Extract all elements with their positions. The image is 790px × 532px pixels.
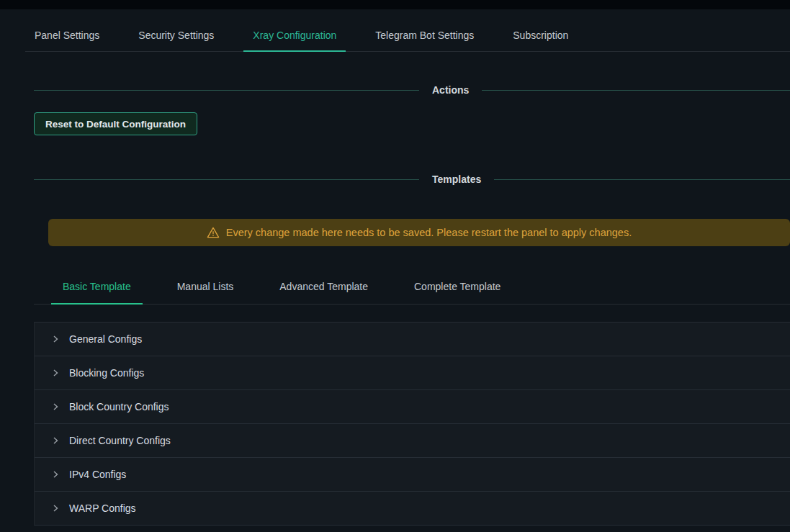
tab-telegram-bot-settings[interactable]: Telegram Bot Settings xyxy=(366,22,483,51)
chevron-right-icon xyxy=(51,504,60,513)
divider-line xyxy=(34,90,419,91)
tab-subscription[interactable]: Subscription xyxy=(503,22,578,51)
tab-advanced-template[interactable]: Advanced Template xyxy=(268,274,380,304)
divider-line xyxy=(482,90,790,91)
divider-line xyxy=(34,179,419,180)
xray-settings-page: Panel Settings Security Settings Xray Co… xyxy=(0,0,790,532)
divider-line xyxy=(494,179,790,180)
collapse-row-warp-configs[interactable]: WARP Configs xyxy=(35,492,790,525)
tab-basic-template[interactable]: Basic Template xyxy=(51,274,143,304)
tab-panel-settings[interactable]: Panel Settings xyxy=(25,22,109,51)
actions-section-title: Actions xyxy=(419,84,482,96)
collapse-row-label: Block Country Configs xyxy=(69,401,169,412)
collapse-row-label: IPv4 Configs xyxy=(69,469,126,480)
warning-triangle-icon xyxy=(207,227,220,238)
actions-section-divider: Actions xyxy=(34,82,790,98)
collapse-row-label: Direct Country Configs xyxy=(69,435,171,446)
collapse-row-direct-country-configs[interactable]: Direct Country Configs xyxy=(35,424,790,458)
chevron-right-icon xyxy=(51,369,60,377)
collapse-row-label: General Configs xyxy=(69,333,142,345)
collapse-row-general-configs[interactable]: General Configs xyxy=(35,323,790,356)
template-tab-bar: Basic Template Manual Lists Advanced Tem… xyxy=(34,274,790,305)
tab-xray-configuration[interactable]: Xray Configuration xyxy=(243,22,346,51)
collapse-row-blocking-configs[interactable]: Blocking Configs xyxy=(35,356,790,390)
chevron-right-icon xyxy=(51,436,60,445)
top-window-bar xyxy=(0,0,790,9)
chevron-right-icon xyxy=(51,335,60,343)
tab-manual-lists[interactable]: Manual Lists xyxy=(166,274,246,304)
chevron-right-icon xyxy=(51,470,60,479)
chevron-right-icon xyxy=(51,402,60,411)
settings-tab-bar: Panel Settings Security Settings Xray Co… xyxy=(25,22,790,52)
reset-default-config-button[interactable]: Reset to Default Configuration xyxy=(34,112,197,135)
tab-complete-template[interactable]: Complete Template xyxy=(403,274,512,304)
collapse-row-ipv4-configs[interactable]: IPv4 Configs xyxy=(35,458,790,492)
tab-security-settings[interactable]: Security Settings xyxy=(129,22,223,51)
collapse-row-label: Blocking Configs xyxy=(69,367,144,379)
restart-warning-alert: Every change made here needs to be saved… xyxy=(48,219,790,246)
collapse-row-label: WARP Configs xyxy=(69,502,136,514)
collapse-row-block-country-configs[interactable]: Block Country Configs xyxy=(35,390,790,424)
templates-section-title: Templates xyxy=(419,173,494,185)
configs-collapse-list: General Configs Blocking Configs Block C… xyxy=(34,322,790,526)
alert-text: Every change made here needs to be saved… xyxy=(226,227,632,238)
page-content: Panel Settings Security Settings Xray Co… xyxy=(0,22,790,526)
templates-section-divider: Templates xyxy=(34,171,790,187)
